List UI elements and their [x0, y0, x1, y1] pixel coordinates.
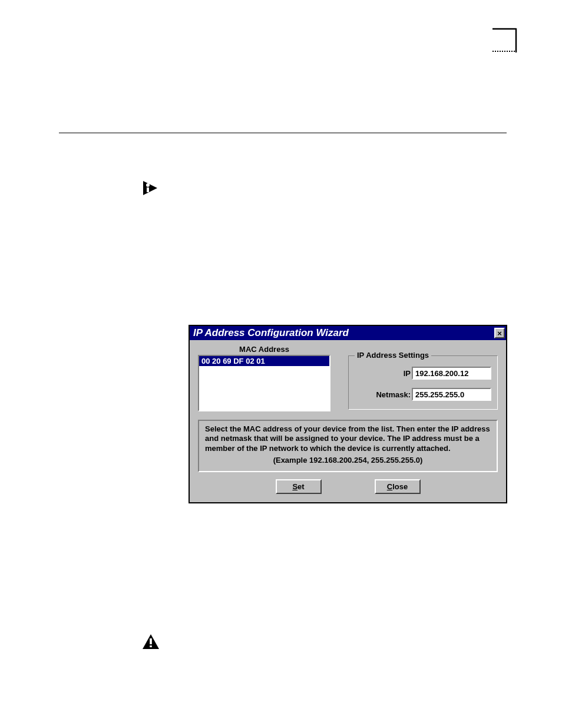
button-row: Set Close [198, 479, 498, 494]
ip-settings-section: IP Address Settings IP Netmask: [348, 355, 498, 411]
page-corner-decoration [492, 27, 521, 55]
set-button[interactable]: Set [276, 479, 322, 494]
ip-settings-legend: IP Address Settings [355, 351, 431, 360]
info-icon [142, 180, 160, 197]
ip-config-wizard-dialog: IP Address Configuration Wizard × MAC Ad… [189, 325, 507, 503]
svg-rect-7 [150, 638, 152, 644]
svg-marker-3 [143, 181, 157, 195]
ip-input[interactable] [412, 367, 491, 380]
mac-address-heading: MAC Address [198, 345, 330, 354]
mac-address-listbox[interactable]: 00 20 69 DF 02 01 [198, 355, 330, 411]
titlebar[interactable]: IP Address Configuration Wizard × [190, 326, 506, 340]
svg-point-4 [146, 183, 150, 187]
dialog-title: IP Address Configuration Wizard [193, 327, 349, 339]
warning-icon [142, 634, 160, 650]
help-text: Select the MAC address of your device fr… [205, 424, 491, 453]
mac-address-item[interactable]: 00 20 69 DF 02 01 [199, 356, 329, 366]
close-icon[interactable]: × [494, 328, 505, 338]
ip-settings-fieldset: IP Address Settings IP Netmask: [348, 355, 498, 410]
mac-address-section: MAC Address 00 20 69 DF 02 01 [198, 345, 330, 411]
close-button[interactable]: Close [375, 479, 421, 494]
svg-rect-5 [147, 187, 149, 192]
netmask-input[interactable] [412, 388, 491, 401]
ip-label: IP [404, 369, 411, 378]
svg-rect-8 [150, 645, 152, 647]
dialog-body: MAC Address 00 20 69 DF 02 01 IP Address… [190, 340, 506, 502]
help-example: (Example 192.168.200.254, 255.255.255.0) [205, 456, 491, 465]
horizontal-rule [59, 133, 507, 133]
netmask-label: Netmask: [376, 390, 411, 399]
help-text-box: Select the MAC address of your device fr… [198, 420, 498, 472]
